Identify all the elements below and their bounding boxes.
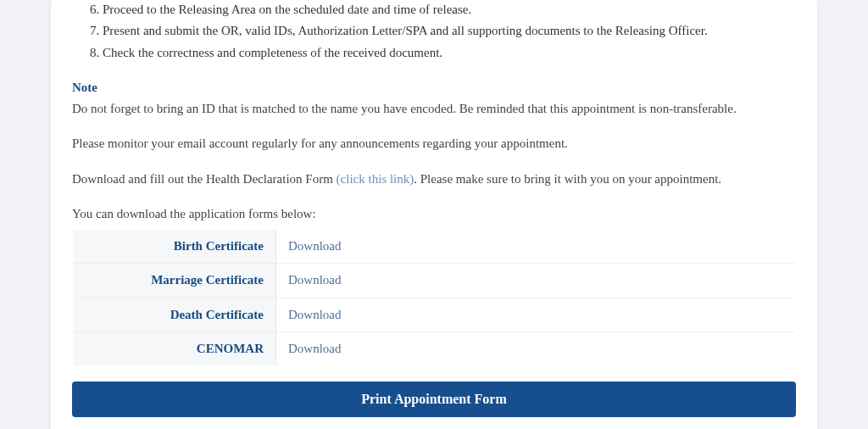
application-forms-table: Birth Certificate Download Marriage Cert… [72,229,796,366]
download-link-death[interactable]: Download [288,308,342,321]
health-declaration-link[interactable]: (click this link) [337,172,415,186]
form-label-birth: Birth Certificate [73,230,276,264]
health-form-post: . Please make sure to bring it with you … [414,172,721,186]
note-heading: Note [72,78,796,98]
form-label-death: Death Certificate [73,298,276,332]
form-label-cenomar: CENOMAR [73,332,276,365]
table-row: Birth Certificate Download [73,230,796,264]
forms-intro: You can download the application forms b… [72,204,796,224]
step-item: Present and submit the OR, valid IDs, Au… [103,21,796,41]
step-item: Check the correctness and completeness o… [103,43,796,63]
download-link-marriage[interactable]: Download [288,273,342,287]
download-link-cenomar[interactable]: Download [288,342,342,355]
print-appointment-button[interactable]: Print Appointment Form [72,382,796,417]
table-row: Death Certificate Download [73,298,796,332]
steps-list: Proceed to the Releasing Area on the sch… [72,0,796,63]
form-label-marriage: Marriage Certificate [73,264,276,298]
table-row: CENOMAR Download [73,332,796,365]
health-form-pre: Download and fill out the Health Declara… [72,172,337,186]
table-row: Marriage Certificate Download [73,264,796,298]
appointment-card: Proceed to the Releasing Area on the sch… [51,0,817,429]
note-body: Do not forget to bring an ID that is mat… [72,99,796,119]
health-form-text: Download and fill out the Health Declara… [72,170,796,189]
monitor-email-text: Please monitor your email account regula… [72,134,796,153]
download-link-birth[interactable]: Download [288,239,342,253]
step-item: Proceed to the Releasing Area on the sch… [103,0,796,20]
